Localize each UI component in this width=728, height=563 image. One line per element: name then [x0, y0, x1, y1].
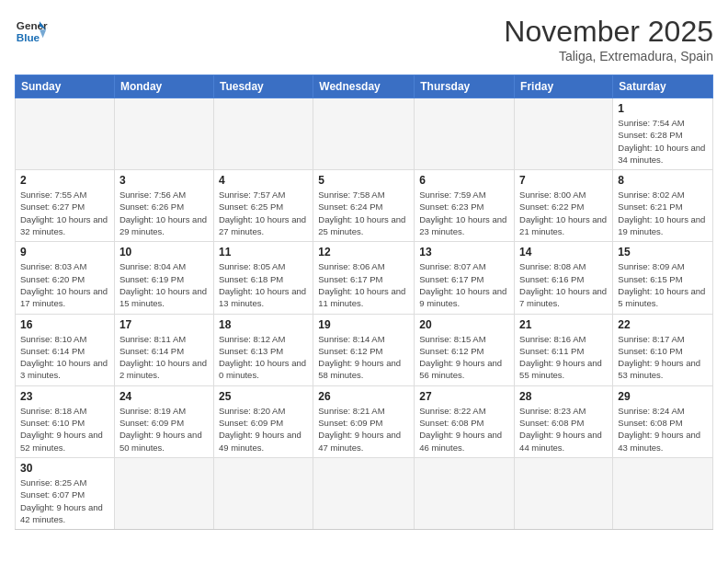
- day-info: Sunrise: 8:14 AM Sunset: 6:12 PM Dayligh…: [318, 333, 409, 382]
- calendar-day-cell: [613, 457, 713, 529]
- calendar-day-cell: 12Sunrise: 8:06 AM Sunset: 6:17 PM Dayli…: [313, 242, 415, 314]
- calendar-day-cell: 23Sunrise: 8:18 AM Sunset: 6:10 PM Dayli…: [16, 385, 115, 457]
- day-number: 22: [618, 318, 708, 331]
- page-header: General Blue November 2025 Taliga, Extre…: [15, 15, 713, 63]
- day-number: 28: [519, 390, 608, 403]
- day-info: Sunrise: 8:23 AM Sunset: 6:08 PM Dayligh…: [519, 405, 608, 454]
- day-info: Sunrise: 8:19 AM Sunset: 6:09 PM Dayligh…: [119, 405, 209, 454]
- calendar-day-cell: [313, 98, 415, 170]
- day-info: Sunrise: 7:59 AM Sunset: 6:23 PM Dayligh…: [419, 189, 509, 237]
- day-number: 26: [318, 390, 409, 403]
- day-number: 29: [618, 390, 708, 403]
- calendar-day-cell: 26Sunrise: 8:21 AM Sunset: 6:09 PM Dayli…: [313, 385, 415, 457]
- day-number: 2: [20, 174, 109, 187]
- day-info: Sunrise: 7:56 AM Sunset: 6:26 PM Dayligh…: [119, 189, 209, 237]
- month-year-title: November 2025: [504, 15, 713, 49]
- calendar-day-cell: [114, 457, 213, 529]
- calendar-day-cell: 16Sunrise: 8:10 AM Sunset: 6:14 PM Dayli…: [16, 314, 115, 385]
- day-number: 6: [419, 174, 509, 187]
- calendar-day-cell: 24Sunrise: 8:19 AM Sunset: 6:09 PM Dayli…: [114, 385, 213, 457]
- calendar-day-cell: 30Sunrise: 8:25 AM Sunset: 6:07 PM Dayli…: [16, 457, 115, 529]
- calendar-day-cell: 9Sunrise: 8:03 AM Sunset: 6:20 PM Daylig…: [16, 242, 115, 314]
- day-info: Sunrise: 8:02 AM Sunset: 6:21 PM Dayligh…: [618, 189, 708, 237]
- calendar-week-row: 1Sunrise: 7:54 AM Sunset: 6:28 PM Daylig…: [16, 98, 713, 170]
- day-number: 1: [618, 102, 708, 115]
- day-info: Sunrise: 8:10 AM Sunset: 6:14 PM Dayligh…: [20, 333, 109, 382]
- day-info: Sunrise: 8:12 AM Sunset: 6:13 PM Dayligh…: [219, 333, 308, 382]
- day-number: 27: [419, 390, 509, 403]
- day-info: Sunrise: 8:07 AM Sunset: 6:17 PM Dayligh…: [419, 260, 509, 309]
- day-info: Sunrise: 7:58 AM Sunset: 6:24 PM Dayligh…: [318, 189, 409, 237]
- day-info: Sunrise: 8:24 AM Sunset: 6:08 PM Dayligh…: [618, 405, 708, 454]
- calendar-week-row: 2Sunrise: 7:55 AM Sunset: 6:27 PM Daylig…: [16, 170, 713, 242]
- calendar-day-cell: 22Sunrise: 8:17 AM Sunset: 6:10 PM Dayli…: [613, 314, 713, 385]
- day-number: 8: [618, 174, 708, 187]
- day-number: 25: [219, 390, 308, 403]
- day-number: 24: [119, 390, 209, 403]
- calendar-day-cell: 28Sunrise: 8:23 AM Sunset: 6:08 PM Dayli…: [515, 385, 613, 457]
- day-info: Sunrise: 8:03 AM Sunset: 6:20 PM Dayligh…: [20, 260, 109, 309]
- day-number: 11: [219, 246, 308, 259]
- calendar-day-cell: [515, 457, 613, 529]
- day-info: Sunrise: 8:16 AM Sunset: 6:11 PM Dayligh…: [519, 333, 608, 382]
- day-info: Sunrise: 8:00 AM Sunset: 6:22 PM Dayligh…: [519, 189, 608, 237]
- logo-icon: General Blue: [15, 15, 48, 48]
- weekday-header: Friday: [515, 75, 613, 98]
- day-info: Sunrise: 7:55 AM Sunset: 6:27 PM Dayligh…: [20, 189, 109, 237]
- day-info: Sunrise: 8:08 AM Sunset: 6:16 PM Dayligh…: [519, 260, 608, 309]
- day-info: Sunrise: 8:09 AM Sunset: 6:15 PM Dayligh…: [618, 260, 708, 309]
- day-number: 23: [20, 390, 109, 403]
- day-number: 16: [20, 318, 109, 331]
- day-number: 13: [419, 246, 509, 259]
- calendar-day-cell: 11Sunrise: 8:05 AM Sunset: 6:18 PM Dayli…: [213, 242, 313, 314]
- calendar-header-row: SundayMondayTuesdayWednesdayThursdayFrid…: [16, 75, 713, 98]
- calendar-day-cell: [213, 457, 313, 529]
- day-info: Sunrise: 8:15 AM Sunset: 6:12 PM Dayligh…: [419, 333, 509, 382]
- day-number: 20: [419, 318, 509, 331]
- calendar-day-cell: 4Sunrise: 7:57 AM Sunset: 6:25 PM Daylig…: [213, 170, 313, 242]
- day-info: Sunrise: 8:11 AM Sunset: 6:14 PM Dayligh…: [119, 333, 209, 382]
- day-info: Sunrise: 8:25 AM Sunset: 6:07 PM Dayligh…: [20, 477, 109, 525]
- day-info: Sunrise: 8:04 AM Sunset: 6:19 PM Dayligh…: [119, 260, 209, 309]
- calendar-day-cell: [213, 98, 313, 170]
- day-number: 5: [318, 174, 409, 187]
- day-info: Sunrise: 8:22 AM Sunset: 6:08 PM Dayligh…: [419, 405, 509, 454]
- calendar-day-cell: 2Sunrise: 7:55 AM Sunset: 6:27 PM Daylig…: [16, 170, 115, 242]
- calendar-day-cell: 13Sunrise: 8:07 AM Sunset: 6:17 PM Dayli…: [415, 242, 515, 314]
- calendar-day-cell: 20Sunrise: 8:15 AM Sunset: 6:12 PM Dayli…: [415, 314, 515, 385]
- svg-text:Blue: Blue: [17, 31, 40, 43]
- day-number: 30: [20, 462, 109, 475]
- weekday-header: Saturday: [613, 75, 713, 98]
- day-number: 18: [219, 318, 308, 331]
- day-info: Sunrise: 8:18 AM Sunset: 6:10 PM Dayligh…: [20, 405, 109, 454]
- calendar-week-row: 16Sunrise: 8:10 AM Sunset: 6:14 PM Dayli…: [16, 314, 713, 385]
- calendar-day-cell: 19Sunrise: 8:14 AM Sunset: 6:12 PM Dayli…: [313, 314, 415, 385]
- day-number: 19: [318, 318, 409, 331]
- calendar-day-cell: [114, 98, 213, 170]
- calendar-day-cell: 15Sunrise: 8:09 AM Sunset: 6:15 PM Dayli…: [613, 242, 713, 314]
- day-info: Sunrise: 8:17 AM Sunset: 6:10 PM Dayligh…: [618, 333, 708, 382]
- weekday-header: Tuesday: [213, 75, 313, 98]
- calendar-day-cell: 17Sunrise: 8:11 AM Sunset: 6:14 PM Dayli…: [114, 314, 213, 385]
- weekday-header: Sunday: [16, 75, 115, 98]
- calendar-table: SundayMondayTuesdayWednesdayThursdayFrid…: [15, 75, 713, 530]
- calendar-day-cell: 3Sunrise: 7:56 AM Sunset: 6:26 PM Daylig…: [114, 170, 213, 242]
- calendar-day-cell: [415, 457, 515, 529]
- calendar-day-cell: 18Sunrise: 8:12 AM Sunset: 6:13 PM Dayli…: [213, 314, 313, 385]
- day-number: 3: [119, 174, 209, 187]
- calendar-day-cell: [16, 98, 115, 170]
- calendar-day-cell: 5Sunrise: 7:58 AM Sunset: 6:24 PM Daylig…: [313, 170, 415, 242]
- location-subtitle: Taliga, Extremadura, Spain: [504, 49, 713, 63]
- calendar-day-cell: 1Sunrise: 7:54 AM Sunset: 6:28 PM Daylig…: [613, 98, 713, 170]
- calendar-day-cell: 7Sunrise: 8:00 AM Sunset: 6:22 PM Daylig…: [515, 170, 613, 242]
- calendar-week-row: 30Sunrise: 8:25 AM Sunset: 6:07 PM Dayli…: [16, 457, 713, 529]
- day-info: Sunrise: 8:06 AM Sunset: 6:17 PM Dayligh…: [318, 260, 409, 309]
- logo: General Blue: [15, 15, 48, 48]
- calendar-day-cell: 14Sunrise: 8:08 AM Sunset: 6:16 PM Dayli…: [515, 242, 613, 314]
- weekday-header: Wednesday: [313, 75, 415, 98]
- day-number: 7: [519, 174, 608, 187]
- day-info: Sunrise: 7:57 AM Sunset: 6:25 PM Dayligh…: [219, 189, 308, 237]
- calendar-day-cell: 29Sunrise: 8:24 AM Sunset: 6:08 PM Dayli…: [613, 385, 713, 457]
- day-info: Sunrise: 8:21 AM Sunset: 6:09 PM Dayligh…: [318, 405, 409, 454]
- day-number: 4: [219, 174, 308, 187]
